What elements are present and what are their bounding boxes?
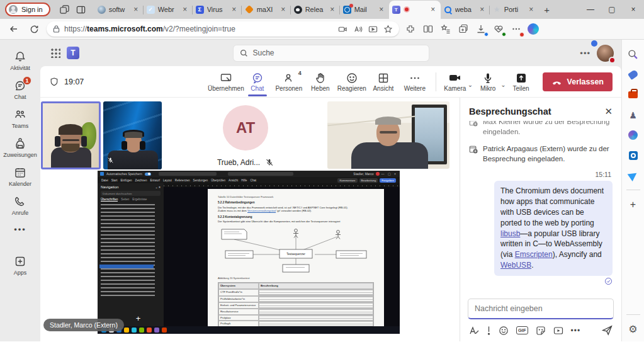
browser-tab-releases[interactable]: Relea ×	[291, 1, 340, 19]
drop-icon[interactable]	[627, 169, 639, 181]
emoji-icon[interactable]	[499, 326, 509, 336]
message-input[interactable]	[468, 299, 614, 319]
shopping-icon[interactable]	[627, 69, 639, 81]
address-bar[interactable]: https://teams.microsoft.com/v2/?meetingj…	[47, 21, 399, 37]
video-tile-participant2[interactable]	[103, 101, 162, 169]
split-screen-icon[interactable]	[422, 23, 434, 35]
mic-button[interactable]: Mikro	[474, 72, 502, 92]
settings-more-icon[interactable]	[510, 23, 523, 35]
header-more-icon[interactable]: •••	[580, 48, 590, 58]
raise-hand-button[interactable]: Heben	[305, 72, 336, 92]
compose-more-icon[interactable]: •••	[571, 326, 581, 335]
browser-tab-virus[interactable]: Virus ×	[193, 1, 242, 19]
leave-button[interactable]: Verlassen	[543, 72, 613, 91]
app-launcher-icon[interactable]	[50, 48, 60, 58]
extensions-icon[interactable]	[404, 23, 417, 35]
more-button[interactable]: Weitere	[399, 72, 431, 92]
message-link[interactable]: Emscripten	[515, 250, 553, 259]
importance-icon[interactable]	[487, 326, 491, 335]
favorite-star-icon[interactable]	[383, 25, 393, 34]
games-icon[interactable]: ♟	[627, 109, 639, 121]
camera-button[interactable]: Kamera	[441, 72, 469, 92]
microsoft365-icon[interactable]	[627, 129, 639, 141]
outlook-icon[interactable]	[627, 149, 639, 161]
video-clip-icon[interactable]	[553, 326, 563, 336]
view-button[interactable]: Ansicht	[368, 72, 399, 92]
word-app-icon	[100, 172, 104, 176]
favorites-icon[interactable]	[439, 23, 452, 35]
workspaces-icon[interactable]	[57, 2, 73, 17]
browser-tab-webr[interactable]: Webr ×	[144, 1, 193, 19]
browser-tab-teams-active[interactable]: ×	[389, 1, 441, 19]
browser-essentials-icon[interactable]	[492, 23, 505, 35]
read-aloud-icon[interactable]	[353, 25, 363, 34]
sidebar-item-calls[interactable]: Anrufe	[0, 191, 40, 220]
sticker-icon[interactable]	[536, 326, 546, 336]
tab-close-icon[interactable]: ×	[429, 5, 438, 14]
send-icon[interactable]	[602, 325, 613, 336]
gif-icon[interactable]: GIF	[516, 326, 528, 334]
mic-chevron-icon[interactable]: ⌄	[500, 81, 506, 88]
grid-icon	[377, 72, 390, 84]
back-icon[interactable]	[6, 21, 21, 37]
signin-button[interactable]: Sign in	[5, 3, 50, 16]
avatar-initials-tile[interactable]: AT	[223, 105, 268, 151]
refresh-icon[interactable]	[26, 21, 42, 37]
add-sidebar-item-icon[interactable]: +	[627, 198, 639, 210]
tab-close-icon[interactable]: ×	[527, 5, 536, 14]
sidebar-item-assignments[interactable]: Zuweisungen	[0, 133, 40, 162]
picture-in-picture-icon[interactable]	[368, 25, 378, 34]
tab-close-icon[interactable]: ×	[181, 5, 189, 14]
new-tab-button[interactable]: +	[539, 2, 555, 17]
tab-close-icon[interactable]: ×	[328, 5, 337, 14]
browser-tab-strip: Sign in softw × Webr × Virus × maXI ×	[0, 0, 644, 19]
react-button[interactable]: Reagieren	[336, 72, 368, 92]
browser-tab-porti[interactable]: Porti ×	[490, 1, 539, 19]
format-icon[interactable]	[469, 326, 479, 336]
tools-icon[interactable]	[627, 89, 639, 101]
close-button[interactable]: ×	[623, 0, 644, 19]
tab-close-icon[interactable]: ×	[132, 5, 140, 14]
tab-close-icon[interactable]: ×	[279, 5, 288, 14]
message-link[interactable]: WebUSB	[500, 261, 531, 270]
collections-icon[interactable]	[457, 23, 470, 35]
tab-close-icon[interactable]: ×	[478, 5, 487, 14]
browser-tab-softw[interactable]: softw ×	[94, 1, 144, 19]
sidebar-item-calendar[interactable]: Kalender	[0, 162, 40, 191]
tab-actions-icon[interactable]	[73, 2, 89, 17]
browser-tab-weba[interactable]: weba ×	[441, 1, 490, 19]
video-tile-speaker[interactable]	[41, 101, 101, 169]
downloads-icon[interactable]	[475, 23, 487, 35]
rail-more-icon[interactable]: •••	[14, 220, 26, 239]
participant-count-badge: 4	[298, 70, 302, 76]
maximize-button[interactable]: ▢	[601, 0, 623, 19]
chat-close-icon[interactable]: ✕	[604, 106, 613, 117]
browser-tab-mail[interactable]: Mail ×	[340, 1, 389, 19]
screenshare-tile[interactable]: Automatisches Speichern Stadler, Marco —…	[98, 171, 400, 334]
sidebar-settings-icon[interactable]: ⚙	[627, 323, 639, 335]
message-link[interactable]: libusb	[500, 229, 520, 238]
video-tile-participant4[interactable]	[327, 101, 449, 169]
tab-close-icon[interactable]: ×	[377, 5, 386, 14]
sidebar-search-icon[interactable]	[627, 48, 639, 60]
sidebar-item-teams[interactable]: Teams	[0, 104, 40, 133]
camera-chevron-icon[interactable]: ⌄	[468, 81, 473, 88]
sidebar-item-activity[interactable]: Aktivität	[0, 46, 40, 75]
mic-muted-icon	[265, 158, 274, 167]
browser-tab-maxi[interactable]: maXI ×	[242, 1, 291, 19]
search-input[interactable]: Suche	[234, 45, 429, 61]
chat-button[interactable]: Chat	[242, 72, 273, 92]
sidebar-item-apps[interactable]: Apps	[0, 251, 40, 280]
sidebar-item-chat[interactable]: 1 Chat	[0, 75, 40, 104]
copilot-icon[interactable]	[528, 23, 539, 35]
table-cell: Prüfplatz	[218, 315, 259, 321]
people-button[interactable]: 4 Personen	[273, 72, 305, 92]
avatar[interactable]	[597, 45, 614, 62]
tab-close-icon[interactable]: ×	[230, 5, 239, 14]
minimize-button[interactable]: —	[580, 0, 601, 19]
video-call-icon[interactable]	[338, 25, 347, 34]
doc-link: Versionsverwaltungstool	[247, 209, 276, 212]
takeover-button[interactable]: Übernehmen	[210, 72, 242, 92]
share-button[interactable]: Teilen	[507, 72, 535, 92]
taskbar-app-icon	[154, 328, 159, 333]
